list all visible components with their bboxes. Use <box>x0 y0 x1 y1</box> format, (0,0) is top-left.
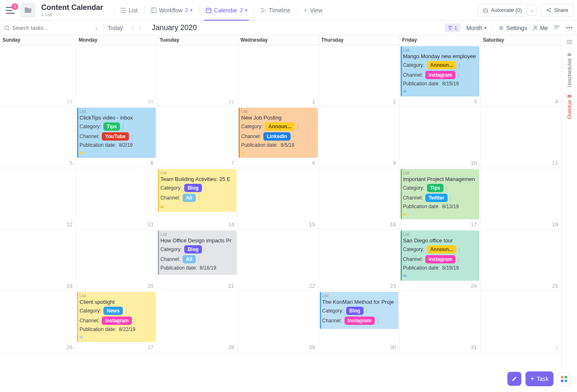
priority-flag-icon <box>241 152 244 154</box>
day-cell[interactable]: 1 <box>238 45 319 107</box>
weekday-header: Sunday Monday Tuesday Wednesday Thursday… <box>0 35 561 45</box>
day-cell[interactable]: ListMango Monday new employeeCategory: A… <box>400 45 481 107</box>
priority-flag-icon <box>403 275 406 277</box>
new-task-button[interactable]: + Task <box>525 371 554 386</box>
filter-pill[interactable]: 1 <box>445 23 460 32</box>
day-cell[interactable]: ListNew Job PostingCategory: Announ... |… <box>238 107 319 168</box>
tab-add-view[interactable]: + View <box>297 0 329 20</box>
day-cell[interactable]: 26 <box>0 291 76 352</box>
apps-button[interactable] <box>558 373 570 385</box>
search-dropdown[interactable]: ⌄ <box>94 25 99 31</box>
day-number: 15 <box>309 221 315 228</box>
day-cell[interactable]: 30 <box>76 45 157 107</box>
day-cell[interactable]: 2 <box>319 45 400 107</box>
day-cell[interactable]: 12 <box>0 168 76 230</box>
day-cell[interactable]: 4 <box>481 45 561 107</box>
channel-chip: Instagram <box>425 255 455 263</box>
automate-dropdown[interactable]: ⌄ <box>527 5 537 16</box>
share-button[interactable]: Share <box>541 4 574 16</box>
channel-chip: Instagram <box>425 71 455 79</box>
toolbar: ⌄ Today 〈 〉 January 2020 1 Month ▾ Setti… <box>0 21 577 35</box>
day-number: 6 <box>150 160 153 166</box>
day-cell[interactable]: ListThe KonMari Method for ProjeCategory… <box>319 291 400 352</box>
tab-list[interactable]: List <box>114 0 144 20</box>
task-card[interactable]: ListThe KonMari Method for ProjeCategory… <box>320 292 399 329</box>
assignee-filter[interactable] <box>554 25 560 31</box>
quick-create-button[interactable] <box>507 372 521 386</box>
person-icon <box>533 25 538 31</box>
card-title: New Job Posting <box>241 115 315 121</box>
channel-chip: All <box>183 255 195 263</box>
day-cell[interactable]: 13 <box>76 168 157 230</box>
task-card[interactable]: ListMango Monday new employeeCategory: A… <box>401 46 479 96</box>
day-cell[interactable]: 10 <box>400 107 481 168</box>
day-cell[interactable]: 31 <box>157 45 238 107</box>
search-input[interactable] <box>12 25 74 31</box>
task-card[interactable]: ListNew Job PostingCategory: Announ... |… <box>239 108 317 158</box>
day-cell[interactable]: ListSan Diego office tourCategory: Annou… <box>400 230 481 291</box>
settings-label: Settings <box>506 25 527 31</box>
day-cell[interactable]: 7 <box>157 107 238 168</box>
day-number: 31 <box>228 99 234 105</box>
day-cell[interactable]: 16 <box>319 168 400 230</box>
tab-workflow[interactable]: Workflow 2 ▾ <box>144 0 199 20</box>
day-cell[interactable]: 11 <box>481 107 561 168</box>
day-cell[interactable]: 20 <box>76 230 157 291</box>
category-chip: Tips <box>103 122 120 131</box>
day-cell[interactable]: ListHow Office Design impacts PrCategory… <box>157 230 238 291</box>
menu-toggle[interactable]: 3 <box>3 4 17 16</box>
day-cell[interactable]: 18 <box>481 168 561 230</box>
day-cell[interactable]: ListClickTips video - inboxCategory: Tip… <box>76 107 157 168</box>
chevron-down-icon: ▾ <box>245 8 247 12</box>
day-cell[interactable]: 28 <box>157 291 238 352</box>
card-title: Client spotlight <box>80 299 153 305</box>
day-number: 9 <box>393 160 396 166</box>
weekday: Tuesday <box>157 35 238 45</box>
task-card[interactable]: ListTeam Building Activities: 25 ECatego… <box>158 169 237 212</box>
day-cell[interactable]: 23 <box>319 230 400 291</box>
day-cell[interactable]: 5 <box>0 107 76 168</box>
day-cell[interactable]: ListImportant Project ManagemenCategory:… <box>400 168 481 230</box>
more-menu[interactable]: ••• <box>566 25 573 31</box>
card-list-label: List <box>241 109 315 114</box>
unscheduled-panel[interactable]: Unscheduled 0 <box>567 53 572 87</box>
svg-point-13 <box>500 27 502 29</box>
filter-count: 1 <box>454 25 457 31</box>
settings-link[interactable]: Settings <box>498 25 527 31</box>
day-cell[interactable]: ListClient spotlightCategory: News |Chan… <box>76 291 157 352</box>
robot-icon <box>483 7 488 13</box>
day-cell[interactable]: 31 <box>400 291 481 352</box>
weekday: Saturday <box>481 35 561 45</box>
me-filter[interactable]: Me <box>533 25 548 31</box>
day-cell[interactable]: 1 <box>481 291 561 352</box>
task-card[interactable]: ListImportant Project ManagemenCategory:… <box>401 169 479 219</box>
day-cell[interactable]: 25 <box>481 230 561 291</box>
automate-button[interactable]: Automate (0) <box>477 4 527 16</box>
day-number: 13 <box>148 221 153 228</box>
task-card[interactable]: ListClickTips video - inboxCategory: Tip… <box>77 108 156 158</box>
weekday: Monday <box>76 35 157 45</box>
expand-icon[interactable] <box>567 40 572 46</box>
timeline-icon <box>260 8 266 13</box>
board-icon <box>151 7 157 13</box>
day-number: 31 <box>471 344 476 350</box>
view-unit-select[interactable]: Month ▾ <box>466 25 486 31</box>
next-month[interactable]: 〉 <box>137 23 146 33</box>
task-card[interactable]: ListClient spotlightCategory: News |Chan… <box>77 292 156 342</box>
day-cell[interactable]: 15 <box>238 168 319 230</box>
prev-month[interactable]: 〈 <box>127 23 136 33</box>
task-card[interactable]: ListSan Diego office tourCategory: Annou… <box>401 230 479 281</box>
day-cell[interactable]: 29 <box>0 45 76 107</box>
day-cell[interactable]: 22 <box>238 230 319 291</box>
folder-icon-box[interactable] <box>21 3 35 18</box>
tab-timeline[interactable]: Timeline <box>254 0 297 20</box>
day-cell[interactable]: 19 <box>0 230 76 291</box>
tab-calendar[interactable]: Calendar 2 ▾ <box>199 0 254 20</box>
task-card[interactable]: ListHow Office Design impacts PrCategory… <box>158 230 237 275</box>
today-button[interactable]: Today <box>108 25 123 31</box>
search-box[interactable]: ⌄ <box>4 25 99 31</box>
day-cell[interactable]: 9 <box>319 107 400 168</box>
day-cell[interactable]: 29 <box>238 291 319 352</box>
overdue-panel[interactable]: Overdue 8 <box>567 95 572 119</box>
day-cell[interactable]: ListTeam Building Activities: 25 ECatego… <box>157 168 238 230</box>
